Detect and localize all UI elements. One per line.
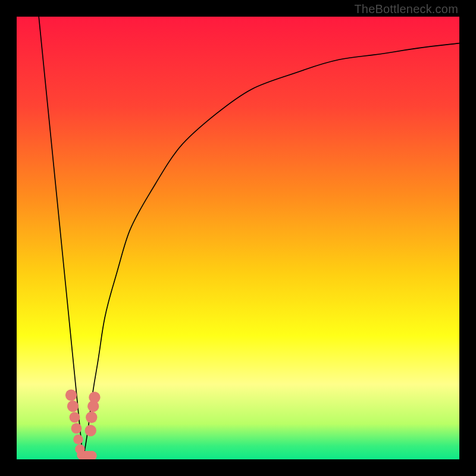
chart-frame: TheBottleneck.com (0, 0, 476, 476)
attribution-text: TheBottleneck.com (354, 2, 458, 16)
scatter-point (89, 392, 100, 403)
curve-layer (17, 17, 459, 459)
scatter-point (65, 389, 77, 400)
scatter-point (67, 400, 79, 412)
right-branch-curve (83, 43, 459, 459)
scatter-point (70, 412, 80, 422)
scatter-point (73, 434, 83, 444)
scatter-point (86, 412, 97, 423)
plot-area (17, 17, 459, 459)
scatter-point (71, 423, 82, 434)
scatter-points (65, 389, 101, 459)
scatter-point (85, 425, 96, 436)
